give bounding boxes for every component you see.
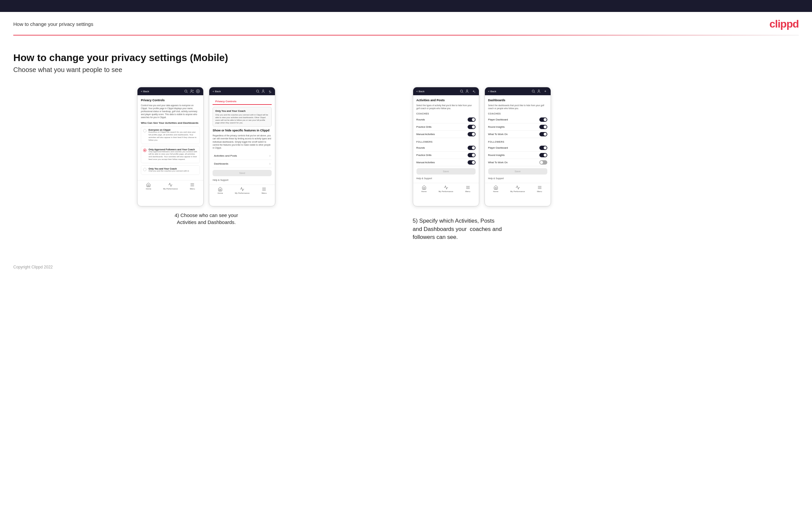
option-approved[interactable]: Only Approved Followers and Your Coach O… (141, 146, 200, 163)
toggle-d-followers-insights-switch[interactable] (539, 153, 547, 157)
phone-3: < Back Activities and Posts Select the t… (413, 87, 479, 206)
phone-1: < Back Privacy Controls Control how you … (137, 87, 204, 206)
phone-1-perf-label: My Performance (163, 188, 178, 190)
phone-3-nav-menu[interactable]: Menu (457, 185, 479, 192)
toggle-coaches-rounds[interactable]: Rounds (416, 116, 475, 123)
phone-4-back: < Back (488, 90, 497, 93)
search-icon-4 (531, 89, 536, 93)
toggle-d-coaches-player-switch[interactable] (539, 117, 547, 122)
svg-point-17 (466, 90, 468, 91)
footer: Copyright Clippd 2022 (0, 255, 812, 276)
toggle-d-coaches-player[interactable]: Player Dashboard (488, 116, 547, 123)
phone-1-menu-label: Menu (190, 188, 195, 190)
option-everyone[interactable]: Everyone on Clippd Everyone on Clippd ca… (141, 126, 200, 144)
toggle-d-followers-player[interactable]: Player Dashboard (488, 144, 547, 152)
phone-4-save[interactable]: Save (488, 168, 547, 174)
phone-2-nav-menu[interactable]: Menu (253, 187, 275, 194)
option-coach-only[interactable]: Only You and Your Coach Only you and the… (141, 165, 200, 175)
radio-approved[interactable] (143, 149, 146, 152)
toggle-followers-manual-switch[interactable] (468, 160, 475, 165)
home-icon-2 (218, 187, 222, 191)
phone-2-save[interactable]: Save (212, 170, 272, 176)
phones-right-row: < Back Activities and Posts Select the t… (413, 87, 551, 206)
phone-2-back: < Back (212, 90, 221, 93)
phone-2-bottom-nav: Home My Performance Menu (209, 184, 275, 195)
phone-4-nav-home[interactable]: Home (485, 185, 507, 192)
toggle-followers-manual[interactable]: Manual Activities (416, 159, 475, 166)
phone-3-save[interactable]: Save (416, 168, 475, 174)
toggle-d-coaches-insights[interactable]: Round Insights (488, 123, 547, 131)
toggle-d-coaches-work-label: What To Work On (488, 133, 508, 136)
toggle-d-followers-work[interactable]: What To Work On (488, 159, 547, 166)
toggle-followers-rounds-switch[interactable] (468, 146, 475, 150)
phone-2-content: Privacy Controls Only You and Your Coach… (209, 95, 275, 184)
phone-1-nav-perf[interactable]: My Performance (159, 182, 181, 190)
row-dashboards[interactable]: Dashboards › (212, 160, 272, 168)
phone-2-nav-perf[interactable]: My Performance (231, 187, 253, 194)
svg-point-3 (193, 90, 194, 91)
toggle-followers-drills[interactable]: Practice Drills (416, 152, 475, 159)
content-row: < Back Privacy Controls Control how you … (13, 87, 799, 241)
svg-point-8 (256, 90, 259, 92)
phone-4-nav-perf[interactable]: My Performance (507, 185, 529, 192)
phone-2: < Back Privacy Controls Onl (209, 87, 275, 206)
phone-4-home-label: Home (493, 190, 498, 192)
chart-icon-4 (515, 185, 520, 190)
row-activities-posts[interactable]: Activities and Posts › (212, 152, 272, 160)
phone-3-title: Activities and Posts (416, 99, 475, 102)
option-approved-desc: Only approved followers and coaches you … (148, 151, 198, 161)
phone-4-nav-icons (531, 89, 547, 93)
toggle-d-coaches-work-switch[interactable] (539, 132, 547, 136)
top-bar (0, 0, 812, 12)
phone-3-nav: < Back (413, 87, 479, 95)
phone-1-nav-menu[interactable]: Menu (181, 182, 203, 190)
search-icon-3 (460, 89, 464, 93)
option-everyone-label: Everyone on Clippd (148, 129, 198, 131)
chevron-activities: › (269, 154, 270, 158)
toggle-coaches-manual-switch[interactable] (468, 132, 475, 136)
toggle-coaches-rounds-label: Rounds (416, 118, 425, 121)
phone-2-nav-icons (256, 89, 272, 93)
phone-2-nav-home[interactable]: Home (209, 187, 231, 194)
settings-icon-4 (543, 89, 547, 93)
phone-4-nav-menu[interactable]: Menu (529, 185, 551, 192)
toggle-d-followers-player-switch[interactable] (539, 146, 547, 150)
toggle-d-coaches-insights-switch[interactable] (539, 125, 547, 129)
option-coach-only-desc: Only you and the coaches you connect wit… (148, 170, 189, 173)
home-icon (146, 182, 151, 187)
phone-2-perf-label: My Performance (235, 192, 249, 194)
toggle-d-followers-insights[interactable]: Round Insights (488, 152, 547, 159)
menu-icon-3 (466, 185, 470, 190)
svg-point-11 (269, 91, 270, 92)
svg-point-2 (191, 90, 192, 91)
toggle-d-followers-work-switch[interactable] (539, 160, 547, 165)
svg-point-18 (473, 91, 474, 92)
phone-3-nav-perf[interactable]: My Performance (435, 185, 457, 192)
radio-everyone[interactable] (143, 129, 146, 132)
phone-3-home-label: Home (421, 190, 426, 192)
phone-4-menu-label: Menu (537, 190, 542, 192)
toggle-coaches-manual-label: Manual Activities (416, 133, 435, 136)
toggle-d-coaches-work[interactable]: What To Work On (488, 131, 547, 138)
phone-3-followers-label: FOLLOWERS (416, 141, 475, 143)
tab-privacy-controls[interactable]: Privacy Controls (212, 99, 239, 105)
phone-1-nav-home[interactable]: Home (138, 182, 159, 190)
settings-icon-3 (471, 89, 475, 93)
toggle-coaches-rounds-switch[interactable] (468, 117, 475, 122)
phone-3-nav-home[interactable]: Home (413, 185, 435, 192)
toggle-coaches-manual[interactable]: Manual Activities (416, 131, 475, 138)
svg-point-0 (185, 90, 187, 92)
toggle-coaches-drills[interactable]: Practice Drills (416, 123, 475, 131)
toggle-followers-drills-switch[interactable] (468, 153, 475, 157)
header: How to change your privacy settings clip… (0, 12, 812, 35)
logo: clippd (769, 18, 799, 30)
svg-line-1 (187, 92, 188, 93)
svg-point-24 (538, 90, 539, 91)
toggle-followers-rounds[interactable]: Rounds (416, 144, 475, 152)
toggle-coaches-drills-label: Practice Drills (416, 125, 432, 128)
toggle-coaches-drills-switch[interactable] (468, 125, 475, 129)
radio-coach-only[interactable] (143, 168, 146, 171)
menu-icon (190, 182, 195, 187)
phone-2-info-title: Show or hide specific features in Clippd (212, 129, 272, 132)
svg-point-15 (460, 90, 463, 92)
